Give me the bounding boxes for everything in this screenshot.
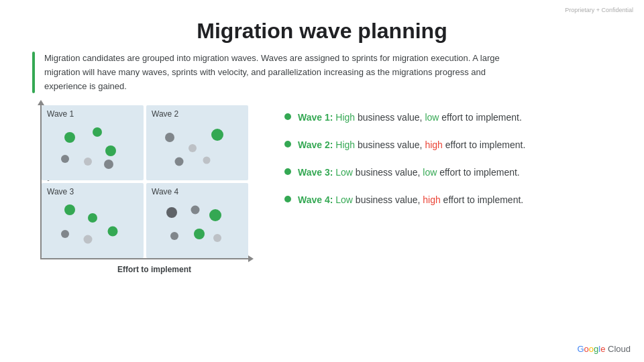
legend-item-wave4: Wave 4: Low business value, high effort …	[284, 193, 624, 207]
dot	[191, 206, 200, 215]
wave3-low-text: Low	[333, 167, 355, 178]
dot	[209, 209, 221, 221]
description-text: Migration candidates are grouped into mi…	[44, 52, 514, 93]
dot	[170, 232, 178, 240]
dot	[84, 235, 93, 244]
wave1-legend-label: Wave 1:	[298, 112, 333, 123]
wave3-legend-label: Wave 3:	[298, 167, 333, 178]
dot	[189, 144, 197, 152]
dot	[166, 207, 177, 218]
legend-item-wave3: Wave 3: Low business value, low effort t…	[284, 166, 624, 180]
wave3-low-effort-text: low	[423, 167, 437, 178]
dot	[88, 213, 97, 223]
legend-text-4: Wave 4: Low business value, high effort …	[298, 193, 523, 207]
dot	[84, 158, 92, 166]
wave2-high-effort-text: high	[425, 139, 442, 150]
dot	[203, 156, 210, 164]
page-title: Migration wave planning	[0, 0, 644, 52]
wave4-low-text: Low	[333, 194, 355, 205]
proprietary-label: Proprietary + Confidential	[565, 7, 633, 13]
wave4-high-effort-text: high	[423, 194, 440, 205]
legend-text-3: Wave 3: Low business value, low effort t…	[298, 166, 520, 180]
legend-item-wave2: Wave 2: High business value, high effort…	[284, 138, 624, 152]
logo-o1: o	[584, 344, 589, 354]
wave4-dots	[152, 199, 243, 253]
chart-container: Business value Wave 1	[20, 105, 268, 274]
legend-text-1: Wave 1: High business value, low effort …	[298, 111, 522, 125]
quadrant-wave1: Wave 1	[42, 105, 144, 180]
legend-text-2: Wave 2: High business value, high effort…	[298, 138, 525, 152]
dot	[64, 132, 75, 143]
dot	[61, 230, 69, 238]
wave2-legend-label: Wave 2:	[298, 139, 333, 150]
wave3-label: Wave 3	[47, 187, 138, 196]
wave1-low-text: low	[425, 112, 439, 123]
content-area: Business value Wave 1	[20, 105, 624, 274]
dot	[211, 129, 223, 141]
quadrant-grid: Wave 1 Wave 2	[40, 105, 248, 259]
wave4-legend-label: Wave 4:	[298, 194, 333, 205]
dot	[105, 145, 116, 156]
legend-item-wave1: Wave 1: High business value, low effort …	[284, 111, 624, 125]
dot	[194, 229, 205, 239]
dot	[165, 133, 174, 142]
wave1-label: Wave 1	[47, 109, 138, 119]
quadrant-wave3: Wave 3	[42, 183, 144, 258]
legend-bullet-3	[284, 168, 291, 175]
legend-bullet-1	[284, 113, 291, 120]
wave1-dots	[47, 121, 138, 175]
chart-inner: Wave 1 Wave 2	[40, 105, 268, 274]
legend-bullet-4	[284, 196, 291, 202]
accent-bar	[32, 52, 35, 93]
google-cloud-logo: Google Cloud	[577, 344, 631, 354]
dot	[93, 127, 102, 137]
logo-o2: o	[589, 344, 594, 354]
dot	[213, 234, 221, 242]
wave2-high-text: High	[333, 139, 358, 150]
description-block: Migration candidates are grouped into mi…	[32, 52, 612, 93]
dot	[64, 204, 75, 215]
dot	[104, 160, 113, 169]
x-arrow-icon	[248, 255, 254, 262]
dot	[61, 155, 69, 163]
wave2-label: Wave 2	[152, 109, 243, 119]
y-arrow-icon	[38, 100, 44, 105]
wave3-dots	[47, 199, 138, 253]
logo-g: G	[577, 344, 584, 354]
logo-cloud: Cloud	[605, 344, 631, 354]
quadrant-wave4: Wave 4	[146, 183, 248, 258]
dot	[107, 227, 117, 237]
dot	[174, 158, 183, 166]
legend-bullet-2	[284, 141, 291, 147]
wave2-dots	[152, 121, 243, 175]
wave4-label: Wave 4	[152, 187, 243, 196]
quadrant-wave2: Wave 2	[146, 105, 248, 180]
x-axis-label: Effort to implement	[40, 265, 268, 274]
wave1-high-text: High	[333, 112, 358, 123]
legend-list: Wave 1: High business value, low effort …	[284, 105, 624, 207]
